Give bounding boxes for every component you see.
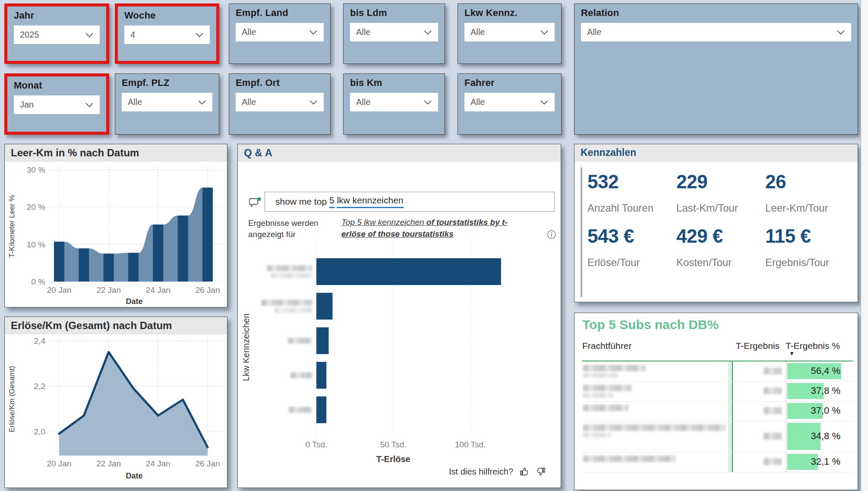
slicer-label: Relation	[581, 7, 619, 19]
slicer-dropdown[interactable]: Jan	[14, 95, 100, 114]
slicer-dropdown[interactable]: Alle	[464, 93, 555, 111]
db-percent-value: 37,8 %	[811, 385, 841, 396]
t-ergebnis-redacted	[764, 458, 782, 465]
slicer-label: Woche	[124, 10, 156, 21]
leerkm-area-chart[interactable]: 0 %10 %20 %30 %20 Jan22 Jan24 Jan26 JanD…	[5, 162, 227, 307]
panel-top5-subs: Top 5 Subs nach DB% Frachtführer T-Ergeb…	[574, 313, 858, 490]
qa-chat-icon	[248, 197, 262, 209]
thumbs-down-icon[interactable]	[536, 466, 546, 477]
chevron-down-icon	[836, 30, 845, 35]
chevron-down-icon	[309, 100, 318, 105]
svg-text:20 Jan: 20 Jan	[47, 459, 71, 468]
slicer-bis-km: bis Km Alle	[343, 73, 445, 135]
table-row[interactable]: 34,8 %	[582, 421, 853, 453]
slicer-dropdown[interactable]: Alle	[122, 93, 212, 111]
panel-kennzahlen: Kennzahlen 532Anzahl Touren229Last-Km/To…	[574, 144, 858, 302]
table-row[interactable]: 37,8 %	[582, 381, 853, 402]
slicer-dropdown[interactable]: Alle	[236, 93, 324, 111]
qa-question-input[interactable]: show me top 5 lkw kennzeichen	[265, 192, 555, 212]
slicer-label: Fahrer	[464, 77, 495, 89]
dropdown-value: Alle	[587, 27, 836, 37]
t-ergebnis-redacted	[764, 367, 782, 374]
kpi-label: Leer-Km/Tour	[765, 202, 828, 214]
column-header-t-ergebnis[interactable]: T-Ergebnis	[704, 341, 780, 351]
svg-text:100 Tsd.: 100 Tsd.	[455, 440, 486, 449]
chevron-down-icon	[85, 102, 94, 108]
t-ergebnis-redacted	[764, 407, 782, 414]
qa-interpretation: Top 5 lkw kennzeichen of tourstatistiks …	[341, 217, 514, 240]
slicer-dropdown[interactable]: 4	[124, 25, 210, 44]
svg-text:30 %: 30 %	[27, 165, 45, 174]
relation-dropdown[interactable]: Alle	[581, 23, 851, 41]
frachtfuehrer-redacted	[583, 405, 628, 411]
slicer-fahrer: Fahrer Alle	[458, 73, 562, 135]
kpi-value: 429 €	[676, 225, 723, 247]
svg-text:22 Jan: 22 Jan	[96, 459, 121, 468]
frachtfuehrer-redacted	[583, 385, 631, 391]
svg-text:50 Tsd.: 50 Tsd.	[380, 440, 407, 449]
chart-title-erloese: Erlöse/Km (Gesamt) nach Datum	[5, 317, 227, 334]
t-ergebnis-redacted	[764, 433, 782, 440]
frachtfuehrer-redacted	[583, 393, 613, 398]
erloese-line-chart[interactable]: 2,02,22,420 Jan22 Jan24 Jan26 JanDateErl…	[5, 334, 227, 488]
bar-category-redacted	[261, 300, 312, 306]
info-icon[interactable]	[547, 230, 556, 239]
column-header-t-ergebnis-pct[interactable]: T-Ergebnis %	[785, 341, 840, 351]
frachtfuehrer-redacted	[583, 424, 726, 431]
chart-title-leerkm: Leer-Km in % nach Datum	[5, 144, 227, 162]
table-row[interactable]: 37,0 %	[582, 401, 853, 421]
slicer-dropdown[interactable]: Alle	[236, 23, 324, 41]
slicer-dropdown[interactable]: Alle	[350, 93, 438, 111]
svg-text:26 Jan: 26 Jan	[195, 459, 220, 468]
panel-qa: Q & A show me top 5 lkw kennzeichen Erge…	[237, 144, 561, 488]
kpi-value: 115 €	[765, 225, 811, 247]
svg-text:24 Jan: 24 Jan	[146, 285, 170, 295]
dropdown-value: Alle	[242, 97, 309, 107]
qa-feedback-bar: Ist dies hilfreich?	[449, 466, 546, 477]
dropdown-value: Alle	[470, 97, 540, 107]
svg-text:Lkw Kennzeichen: Lkw Kennzeichen	[241, 314, 251, 381]
chevron-down-icon	[85, 32, 94, 38]
bar-category-redacted	[289, 407, 312, 413]
chevron-down-icon	[309, 30, 318, 35]
slicer-woche: Woche 4	[115, 3, 219, 64]
kpi-label: Ergebnis/Tour	[765, 257, 829, 269]
qa-feedback-label: Ist dies hilfreich?	[449, 467, 513, 477]
svg-text:T-Erlöse: T-Erlöse	[376, 454, 410, 464]
frachtfuehrer-redacted	[583, 365, 646, 371]
svg-text:2,0: 2,0	[34, 427, 45, 436]
slicer-label: Empf. Land	[236, 7, 288, 19]
dropdown-value: Alle	[242, 27, 309, 37]
chevron-down-icon	[198, 100, 206, 105]
slicer-dropdown[interactable]: 2025	[14, 25, 100, 44]
frachtfuehrer-redacted	[583, 433, 611, 437]
panel-leerkm: Leer-Km in % nach Datum 0 %10 %20 %30 %2…	[4, 144, 227, 307]
slicer-dropdown[interactable]: Alle	[464, 23, 555, 41]
slicer-empf-land: Empf. Land Alle	[229, 3, 331, 64]
slicer-label: Jahr	[14, 10, 34, 21]
chevron-down-icon	[540, 100, 549, 105]
db-percent-value: 34,8 %	[811, 431, 841, 442]
slicer-jahr: Jahr 2025	[4, 3, 109, 64]
chevron-down-icon	[540, 30, 549, 35]
dashboard-root: Jahr 2025Woche 4Empf. Land Allebis Ldm A…	[0, 0, 868, 491]
thumbs-up-icon[interactable]	[519, 466, 530, 477]
slicer-empf-ort: Empf. Ort Alle	[229, 73, 331, 135]
t-ergebnis-redacted	[764, 387, 782, 394]
table-row[interactable]: 32,1 %	[582, 452, 853, 472]
query-term-entity: lkw kennzeichen	[337, 195, 403, 208]
svg-text:0 Tsd.: 0 Tsd.	[306, 440, 327, 449]
frachtfuehrer-redacted	[583, 373, 618, 378]
sort-descending-icon[interactable]: ▼	[789, 350, 795, 357]
accent-bar	[581, 168, 582, 297]
column-header-frachtfuehrer[interactable]: Frachtführer	[582, 341, 631, 351]
svg-text:0 %: 0 %	[31, 277, 45, 286]
query-term-number: 5	[329, 195, 335, 208]
slicer-dropdown[interactable]: Alle	[350, 23, 438, 41]
bar-category-redacted	[267, 265, 312, 271]
bar-category-redacted	[290, 372, 312, 378]
db-percent-value: 32,1 %	[811, 456, 841, 467]
db-percent-value: 37,0 %	[811, 405, 841, 416]
table-row[interactable]: 56,4 %	[582, 361, 853, 382]
kennzahlen-title: Kennzahlen	[574, 144, 858, 162]
